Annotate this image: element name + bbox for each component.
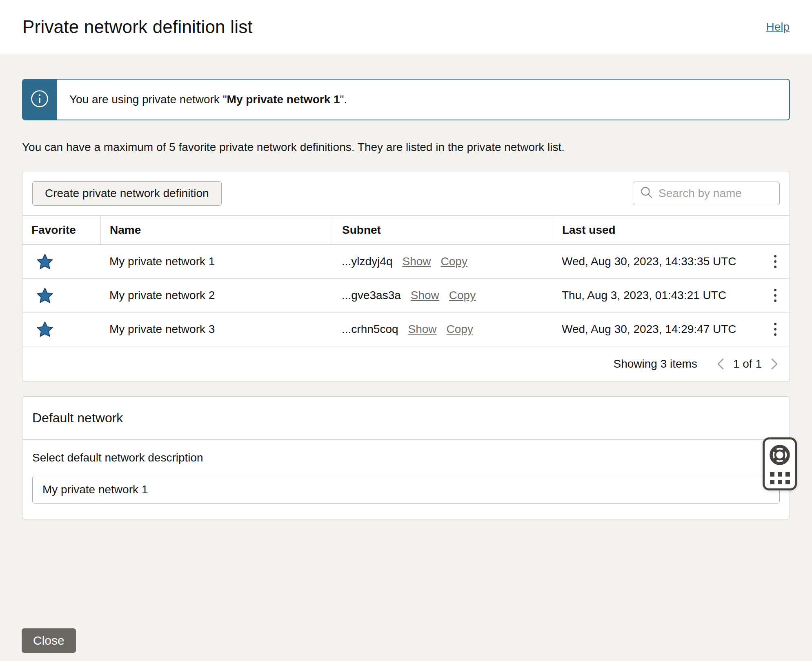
next-page-button[interactable] (768, 356, 781, 372)
close-button[interactable]: Close (22, 628, 76, 653)
table-footer: Showing 3 items 1 of 1 (22, 346, 790, 382)
favorite-cell (22, 321, 100, 338)
last-used-value: Wed, Aug 30, 2023, 14:29:47 UTC (562, 323, 736, 336)
subnet-value: ...gve3as3a (342, 289, 401, 302)
table-body: My private network 1 ...ylzdyj4q Show Co… (22, 245, 790, 346)
name-cell: My private network 2 (100, 289, 333, 302)
apps-grid-icon[interactable] (770, 472, 790, 484)
intro-text: You can have a maximum of 5 favorite pri… (22, 141, 790, 154)
info-icon (30, 89, 49, 110)
row-actions-kebab-menu[interactable] (770, 253, 781, 271)
search-icon (640, 186, 654, 201)
name-cell: My private network 1 (100, 255, 333, 268)
default-network-body: Select default network description (22, 440, 790, 519)
subnet-cell: ...crhn5coq Show Copy (333, 323, 553, 336)
default-network-title: Default network (22, 397, 790, 440)
info-banner-message: You are using private network "My privat… (57, 79, 790, 120)
help-link[interactable]: Help (766, 20, 790, 33)
create-network-button[interactable]: Create private network definition (32, 181, 222, 206)
row-actions-kebab-menu[interactable] (770, 286, 781, 304)
last-used-cell: Wed, Aug 30, 2023, 14:33:35 UTC (553, 253, 790, 271)
floating-helper-widget[interactable] (763, 437, 797, 490)
row-actions-kebab-menu[interactable] (770, 320, 781, 338)
subnet-cell: ...gve3as3a Show Copy (333, 289, 553, 302)
default-network-select[interactable] (32, 476, 780, 504)
title-bar: Private network definition list Help (0, 0, 812, 54)
network-list-card: Create private network definition Favori… (22, 171, 790, 382)
previous-page-button[interactable] (714, 356, 727, 372)
table-row: My private network 2 ...gve3as3a Show Co… (22, 279, 790, 313)
column-header-last-used: Last used (553, 216, 790, 244)
banner-text-prefix: You are using private network " (69, 93, 227, 106)
table-header: Favorite Name Subnet Last used (22, 215, 790, 245)
show-subnet-link[interactable]: Show (403, 255, 431, 268)
page-indicator: 1 of 1 (733, 357, 762, 370)
subnet-value: ...ylzdyj4q (342, 255, 393, 268)
last-used-value: Wed, Aug 30, 2023, 14:33:35 UTC (562, 255, 736, 268)
lifebuoy-icon[interactable] (768, 444, 791, 468)
name-cell: My private network 3 (100, 323, 333, 336)
banner-text-suffix: ". (340, 93, 347, 106)
subnet-value: ...crhn5coq (342, 323, 398, 336)
page-title: Private network definition list (22, 17, 253, 37)
column-header-name: Name (100, 216, 333, 244)
copy-subnet-link[interactable]: Copy (447, 323, 473, 336)
table-row: My private network 3 ...crhn5coq Show Co… (22, 313, 790, 346)
last-used-cell: Wed, Aug 30, 2023, 14:29:47 UTC (553, 320, 790, 338)
favorite-cell (22, 287, 100, 304)
search-input[interactable] (658, 187, 773, 200)
page-content: You are using private network "My privat… (0, 79, 812, 519)
list-toolbar: Create private network definition (22, 171, 790, 215)
search-box[interactable] (633, 182, 780, 205)
last-used-value: Thu, Aug 3, 2023, 01:43:21 UTC (562, 289, 726, 302)
favorite-star-button[interactable] (36, 287, 53, 304)
info-banner-icon-cell (22, 79, 57, 120)
copy-subnet-link[interactable]: Copy (449, 289, 476, 302)
show-subnet-link[interactable]: Show (408, 323, 437, 336)
favorite-star-button[interactable] (36, 321, 53, 338)
default-network-label: Select default network description (32, 451, 780, 464)
favorite-star-button[interactable] (36, 253, 53, 270)
subnet-cell: ...ylzdyj4q Show Copy (333, 255, 553, 268)
default-network-panel: Default network Select default network d… (22, 396, 790, 519)
items-count-label: Showing 3 items (614, 357, 697, 370)
table-row: My private network 1 ...ylzdyj4q Show Co… (22, 245, 790, 279)
favorite-cell (22, 253, 100, 270)
column-header-subnet: Subnet (333, 216, 553, 244)
info-banner: You are using private network "My privat… (22, 79, 790, 120)
pagination: 1 of 1 (714, 356, 781, 372)
copy-subnet-link[interactable]: Copy (441, 255, 467, 268)
banner-network-name: My private network 1 (227, 93, 340, 106)
column-header-favorite: Favorite (22, 216, 100, 244)
show-subnet-link[interactable]: Show (411, 289, 439, 302)
last-used-cell: Thu, Aug 3, 2023, 01:43:21 UTC (553, 286, 790, 304)
